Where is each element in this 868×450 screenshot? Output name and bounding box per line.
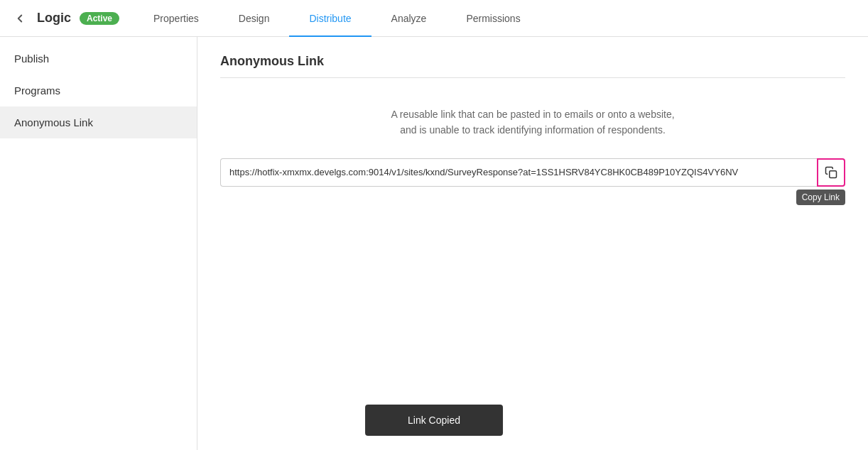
app-title: Logic [37,11,71,26]
tab-analyze[interactable]: Analyze [371,0,447,37]
sidebar-item-programs[interactable]: Programs [0,75,197,106]
description-line2: and is unable to track identifying infor… [220,122,845,138]
tab-properties[interactable]: Properties [134,0,219,37]
copy-link-button[interactable] [817,158,845,187]
nav-tabs: Properties Design Distribute Analyze Per… [134,0,868,37]
description-line1: A reusable link that can be pasted in to… [220,106,845,122]
app-header: Logic Active Properties Design Distribut… [0,0,868,37]
tab-distribute[interactable]: Distribute [289,0,371,37]
section-title: Anonymous Link [220,54,845,78]
tab-design[interactable]: Design [219,0,290,37]
sidebar-item-anonymous-link[interactable]: Anonymous Link [0,106,197,138]
svg-rect-0 [830,171,837,178]
anonymous-link-input[interactable] [220,158,817,187]
sidebar-item-publish[interactable]: Publish [0,43,197,75]
sidebar: Publish Programs Anonymous Link [0,37,197,450]
tab-permissions[interactable]: Permissions [446,0,540,37]
toast-notification: Link Copied [365,405,503,436]
link-row: Copy Link [220,158,845,187]
main-content: Anonymous Link A reusable link that can … [197,37,868,450]
active-badge: Active [80,12,119,25]
copy-link-tooltip: Copy Link [796,190,845,205]
main-layout: Publish Programs Anonymous Link Anonymou… [0,37,868,450]
description: A reusable link that can be pasted in to… [220,106,845,138]
back-button[interactable] [9,7,31,30]
